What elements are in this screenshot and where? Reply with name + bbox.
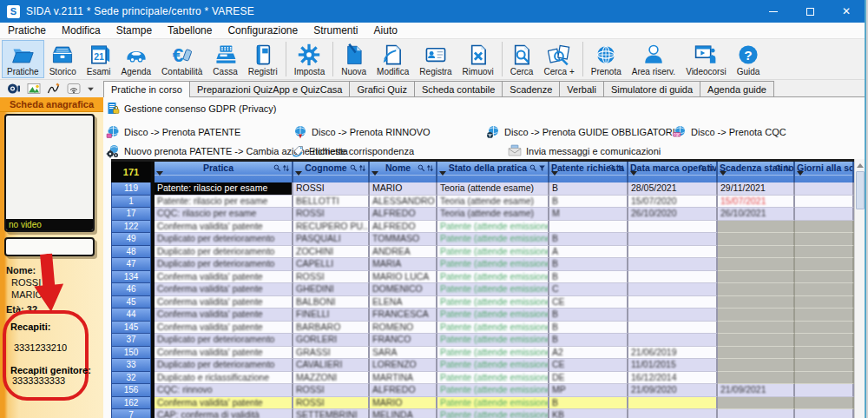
vertical-scrollbar[interactable] [854,159,865,418]
cell-data-marca[interactable] [628,309,718,322]
cell-patente-richiesta[interactable]: B [549,182,628,196]
toolbar-button-modifica[interactable]: Modifica [372,40,414,78]
cell-pratica[interactable]: Conferma validita' patente [155,347,293,360]
cell-pratica[interactable]: CAP: conferma di validità [155,409,293,418]
cell-cognome[interactable]: CAPELLI [293,258,370,271]
cell-data-marca[interactable] [628,246,718,259]
cell-giorni-scadenza[interactable] [795,309,854,322]
cell-nome[interactable]: FRANCO [370,334,437,347]
cell-giorni-scadenza[interactable] [795,283,854,296]
cell-cognome[interactable]: ROSSI [293,384,370,397]
table-row[interactable]: 33Duplicato per deterioramentoCAVALIERIL… [111,359,854,372]
cell-giorni-scadenza[interactable] [795,372,854,385]
cell-data-marca[interactable] [628,271,718,284]
table-row[interactable]: 156CQC: rinnovoROSSIALFREDOPatente (atte… [111,384,854,397]
cell-stato-pratica[interactable]: Patente (attende emissione) [437,334,549,347]
column-filter-strip[interactable] [549,175,627,182]
maximize-button[interactable] [792,0,828,23]
cell-stato-pratica[interactable]: Patente (attende emissione) [437,271,549,284]
menu-item-aiuto[interactable]: Aiuto [366,23,405,39]
cell-patente-richiesta[interactable]: CE [549,359,628,372]
row-number-cell[interactable]: 150 [111,347,151,360]
row-number-cell[interactable]: 134 [111,271,151,284]
cell-patente-richiesta[interactable]: A [549,246,628,259]
cell-stato-pratica[interactable]: Patente (attende emissione) [437,359,549,372]
table-row[interactable]: 1Patente: rilascio per esameBELLOTTIALES… [111,196,854,209]
cell-giorni-scadenza[interactable] [795,409,854,418]
tab-scheda-contabile[interactable]: Scheda contabile [414,81,503,96]
cell-scadenza-statino[interactable] [718,221,795,234]
scroll-thumb[interactable] [856,171,865,209]
cell-pratica[interactable]: Patente: rilascio per esame [155,196,293,209]
cell-patente-richiesta[interactable]: CE [549,296,628,309]
cell-stato-pratica[interactable]: Teoria (attende esame) [437,208,549,221]
cell-giorni-scadenza[interactable] [795,233,854,246]
cell-patente-richiesta[interactable]: B [549,334,628,347]
cell-patente-richiesta[interactable]: B [549,258,628,271]
row-number-cell[interactable]: 7 [111,409,151,418]
action-disco-prenota-rinnovo[interactable]: Disco -> Prenota RINNOVO [293,124,431,140]
cell-data-marca[interactable]: 11/01/2015 [628,359,718,372]
cell-cognome[interactable]: ROSSI [293,182,370,196]
cell-nome[interactable]: ALFREDO [370,208,437,221]
tab-pratiche-in-corso[interactable]: Pratiche in corso [103,81,190,97]
toolbar-button-cerca-[interactable]: Cerca + [538,40,579,78]
table-row[interactable]: 162Conferma validita' patenteROSSIMARIOP… [111,397,854,410]
column-header-nome[interactable]: Nome [370,162,437,182]
column-filter-strip[interactable] [795,175,852,182]
row-number-cell[interactable]: 45 [111,296,151,309]
cell-patente-richiesta[interactable]: B [549,397,628,410]
row-number-cell[interactable]: 156 [111,384,151,397]
cell-stato-pratica[interactable]: Patente (attende emissione) [437,397,549,410]
cell-patente-richiesta[interactable]: B [549,271,628,284]
cell-scadenza-statino[interactable] [718,334,795,347]
toolbar-button-esami[interactable]: 21Esami [82,40,116,78]
cell-scadenza-statino[interactable] [718,271,795,284]
cell-data-marca[interactable] [628,233,718,246]
toolbar-button-registri[interactable]: Registri [243,40,283,78]
cell-nome[interactable]: FRANCESCA [370,309,437,322]
menu-item-modifica[interactable]: Modifica [54,23,108,39]
cell-giorni-scadenza[interactable] [795,221,854,234]
cell-data-marca[interactable] [628,409,718,418]
cell-nome[interactable]: ELENA [370,296,437,309]
row-number-cell[interactable]: 49 [111,233,151,246]
table-row[interactable]: 134Conferma validita' patenteROSSIMARIO … [111,271,854,284]
photo-tool-dropdown-caret-icon[interactable] [87,85,95,93]
cell-data-marca[interactable] [628,322,718,335]
cell-stato-pratica[interactable]: Patente (attende emissione) [437,372,549,385]
close-button[interactable]: ✕ [828,0,865,23]
column-filter-strip[interactable] [628,175,716,182]
cell-data-marca[interactable]: 21/06/2019 [628,347,718,360]
toolbar-button-storico[interactable]: Storico [44,40,82,78]
cell-scadenza-statino[interactable] [718,283,795,296]
row-number-cell[interactable]: 33 [111,359,151,372]
cell-cognome[interactable]: GHEDINI [293,283,370,296]
toolbar-button-guida[interactable]: ?Guida [732,40,766,78]
cell-data-marca[interactable]: 28/05/2021 [628,182,718,196]
scroll-up-arrow[interactable] [857,163,864,168]
cell-giorni-scadenza[interactable] [795,246,854,259]
cell-data-marca[interactable] [628,258,718,271]
cell-pratica[interactable]: Patente: rilascio per esame [155,182,293,196]
cell-scadenza-statino[interactable] [718,258,795,271]
cell-giorni-scadenza[interactable] [795,258,854,271]
cell-cognome[interactable]: RECUPERO PU.. [293,221,370,234]
action-invia-messaggi-e-comunicazioni[interactable]: Invia messaggi e comunicazioni [508,143,661,159]
cell-giorni-scadenza[interactable] [795,322,854,335]
action-etichette-corrispondenza[interactable]: Etichette corrispondenza [291,143,414,159]
cell-giorni-scadenza[interactable] [795,182,854,196]
tab-grafici-quiz[interactable]: Grafici Quiz [349,81,414,96]
action-disco-prenota-cqc[interactable]: CQCDisco -> Prenota CQC [673,124,786,140]
row-number-cell[interactable]: 119 [111,182,151,196]
cell-pratica[interactable]: Conferma validita' patente [155,397,293,410]
cell-cognome[interactable]: GRASSI [293,347,370,360]
cell-giorni-scadenza[interactable] [795,397,854,410]
cell-cognome[interactable]: ROSSI [293,208,370,221]
cell-scadenza-statino[interactable] [718,322,795,335]
cell-giorni-scadenza[interactable] [795,359,854,372]
cell-nome[interactable]: ALFREDO [370,384,437,397]
cell-nome[interactable]: DOMENICO [370,283,437,296]
cell-data-marca[interactable] [628,221,718,234]
cell-cognome[interactable]: BELLOTTI [293,196,370,209]
